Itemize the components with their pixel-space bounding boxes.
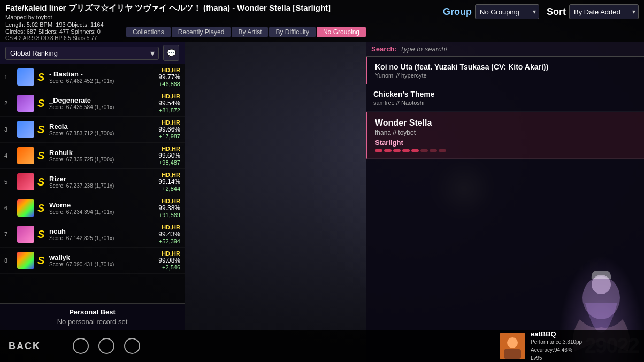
player-details: eatBBQ Performance:3,310pp Accuracy:94.4…: [531, 330, 639, 362]
rank-info-6: Worne Score: 67,234,394 (1,701x): [49, 201, 158, 215]
rank-item-6[interactable]: 6 S Worne Score: 67,234,394 (1,701x) HD,…: [0, 195, 185, 221]
nav-circles: [73, 338, 140, 354]
rank-score-6: Score: 67,234,394 (1,701x): [49, 209, 158, 215]
rank-num-1: 1: [4, 74, 14, 80]
rank-info-4: Rohulk Score: 67,335,725 (1,700x): [49, 149, 158, 163]
rank-num-8: 8: [4, 257, 14, 264]
active-song-difficulty: Starlight: [375, 138, 637, 147]
rank-item-7[interactable]: 7 S ncuh Score: 67,142,825 (1,701x) HD,H…: [0, 221, 185, 248]
diff-dot-1: [375, 149, 382, 152]
player-name: eatBBQ: [531, 330, 639, 338]
rank-score-3: Score: 67,353,712 (1,700x): [49, 130, 158, 136]
search-bar: Search: Type to search!: [366, 42, 644, 57]
circles-label: Circles:: [5, 28, 27, 35]
rank-mods-5: HD,HR: [158, 172, 180, 178]
svg-rect-2: [504, 349, 521, 359]
song-objects-label: Objects:: [67, 21, 90, 28]
rank-mods-2: HD,HR: [158, 93, 180, 99]
tab-by-difficulty[interactable]: By Difficulty: [269, 27, 315, 37]
tab-recently-played[interactable]: Recently Played: [172, 27, 231, 37]
rank-info-1: - Bastian - Score: 67,482,452 (1,701x): [49, 70, 158, 84]
rank-grade-4: S: [37, 150, 49, 162]
song-item-title-2: Chicken's Theme: [373, 90, 637, 98]
diff-dot-3: [393, 149, 401, 152]
player-avatar-img: [500, 333, 525, 359]
rank-mode-select[interactable]: Global Ranking Country Ranking Friend Ra…: [5, 47, 159, 60]
rank-pp-8: +2,546: [158, 264, 180, 271]
diff-dot-4: [402, 149, 410, 152]
tab-collections[interactable]: Collections: [126, 27, 171, 37]
rank-score-8: Score: 67,090,431 (1,701x): [49, 261, 158, 267]
rank-pp-2: +81,872: [158, 107, 180, 113]
nav-circle-3[interactable]: [124, 338, 140, 354]
nav-circle-1[interactable]: [73, 338, 89, 354]
rank-mods-6: HD,HR: [158, 198, 180, 204]
rank-acc-3: 99.66%: [158, 126, 180, 133]
rank-grade-7: S: [37, 228, 49, 241]
rank-item-1[interactable]: 1 S - Bastian - Score: 67,482,452 (1,701…: [0, 64, 185, 90]
group-select[interactable]: No Grouping By Artist By Difficulty By C…: [475, 4, 539, 19]
rank-num-4: 4: [4, 152, 14, 159]
rank-name-4: Rohulk: [49, 149, 158, 157]
rank-name-1: - Bastian -: [49, 70, 158, 78]
song-item-artist-2: samfree // Naotoshi: [373, 99, 637, 106]
spinners-label: Spinners:: [71, 28, 97, 35]
player-stats: Performance:3,310pp Accuracy:94.46% Lv95: [531, 338, 639, 362]
song-item-active[interactable]: Wonder Stella fhana // toybot Starlight: [366, 112, 644, 159]
group-label: Group: [443, 4, 472, 19]
rank-avatar-8: [17, 252, 34, 269]
sort-label: Sort: [547, 4, 566, 19]
rank-name-5: Rizer: [49, 175, 158, 183]
rank-info-2: _Degenerate Score: 67,435,584 (1,701x): [49, 96, 158, 110]
cs-val: 4.2: [14, 35, 22, 41]
rank-item-2[interactable]: 2 S _Degenerate Score: 67,435,584 (1,701…: [0, 90, 185, 117]
rank-grade-8: S: [37, 255, 49, 267]
rank-info-3: Recia Score: 67,353,712 (1,700x): [49, 122, 158, 136]
diff-dot-7: [430, 149, 437, 152]
personal-best-label: Personal Best: [7, 308, 177, 316]
player-accuracy: 94.46%: [554, 347, 572, 353]
tab-no-grouping[interactable]: No Grouping: [317, 27, 366, 37]
rank-mods-8: HD,HR: [158, 250, 180, 257]
mapped-by: Mapped by toybot: [5, 14, 443, 20]
rank-item-8[interactable]: 8 S wallyk Score: 67,090,431 (1,701x) HD…: [0, 248, 185, 274]
song-list-panel: Koi no Uta (feat. Yuzaki Tsukasa (CV: Ki…: [366, 57, 644, 362]
song-objects: 1164: [90, 21, 103, 28]
tab-by-artist[interactable]: By Artist: [232, 27, 268, 37]
song-item-2[interactable]: Chicken's Theme samfree // Naotoshi: [366, 84, 644, 112]
rank-item-5[interactable]: 5 S Rizer Score: 67,237,238 (1,701x) HD,…: [0, 169, 185, 195]
active-song-title: Wonder Stella: [375, 118, 637, 128]
rank-item-3[interactable]: 3 S Recia Score: 67,353,712 (1,700x) HD,…: [0, 117, 185, 143]
rank-list: 1 S - Bastian - Score: 67,482,452 (1,701…: [0, 64, 185, 329]
rank-score-5: Score: 67,237,238 (1,701x): [49, 183, 158, 189]
sort-select[interactable]: By Date Added By Artist By Title By Diff…: [569, 4, 639, 19]
rank-item-4[interactable]: 4 S Rohulk Score: 67,335,725 (1,700x) HD…: [0, 143, 185, 169]
song-item-1[interactable]: Koi no Uta (feat. Yuzaki Tsukasa (CV: Ki…: [366, 57, 644, 84]
rank-name-6: Worne: [49, 201, 158, 209]
nav-circle-2[interactable]: [98, 338, 114, 354]
rank-avatar-4: [17, 147, 34, 164]
difficulty-dots: [375, 149, 637, 152]
rank-right-4: HD,HR 99.60% +98,487: [158, 145, 180, 166]
song-bpm: 193: [56, 21, 65, 28]
rank-right-6: HD,HR 99.38% +91,569: [158, 198, 180, 218]
rank-acc-1: 99.77%: [158, 73, 180, 81]
rank-right-1: HD,HR 99.77% +46,868: [158, 67, 180, 87]
player-performance: 3,310pp: [563, 339, 582, 345]
rank-score-1: Score: 67,482,452 (1,701x): [49, 78, 158, 84]
rank-right-5: HD,HR 99.14% +2,844: [158, 172, 180, 192]
spinners-val: 0: [97, 28, 101, 35]
chat-icon-btn[interactable]: 💬: [163, 45, 179, 61]
stars-val: 5.77: [87, 35, 97, 41]
hp-val: 6.5: [64, 35, 71, 41]
song-bpm-label: BPM:: [40, 21, 56, 28]
rank-right-2: HD,HR 99.54% +81,872: [158, 93, 180, 113]
rank-acc-7: 99.43%: [158, 230, 180, 238]
back-button[interactable]: BACK: [9, 341, 41, 352]
rank-grade-1: S: [37, 71, 49, 83]
rank-grade-6: S: [37, 202, 49, 214]
rank-name-8: wallyk: [49, 253, 158, 261]
rank-acc-2: 99.54%: [158, 99, 180, 107]
diff-dot-6: [420, 149, 428, 152]
circles-val: 687: [27, 28, 36, 35]
